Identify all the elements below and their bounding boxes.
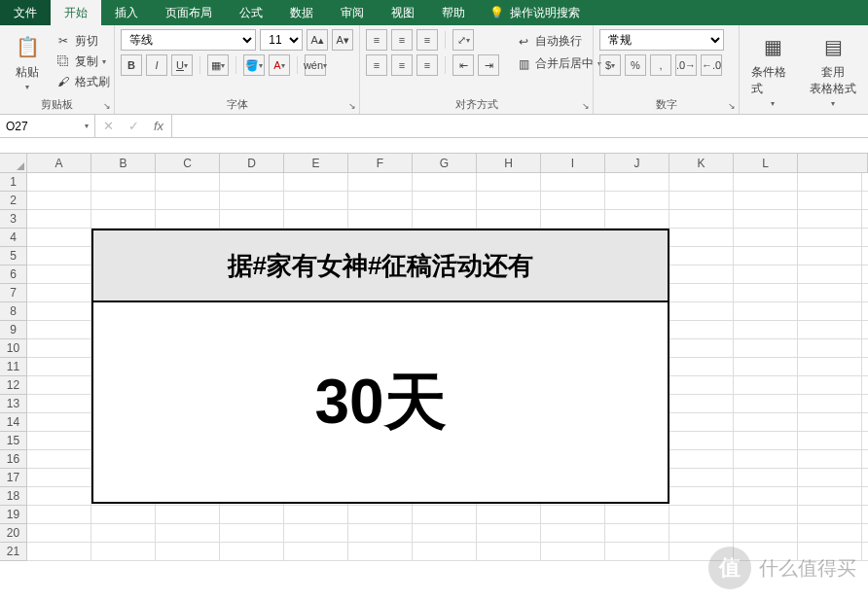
cell[interactable]: [734, 450, 798, 469]
increase-indent-button[interactable]: ⇥: [478, 54, 499, 76]
cell[interactable]: [220, 524, 284, 543]
cell[interactable]: [862, 543, 868, 561]
cell[interactable]: [27, 506, 91, 524]
cell[interactable]: [348, 524, 413, 543]
cell[interactable]: [27, 210, 91, 229]
cell[interactable]: [348, 210, 413, 229]
row-head[interactable]: 2: [0, 192, 27, 210]
comma-button[interactable]: ,: [650, 54, 671, 76]
dialog-launcher-icon[interactable]: ↘: [582, 101, 590, 111]
cell[interactable]: [669, 358, 734, 376]
cell[interactable]: [156, 192, 220, 210]
cell[interactable]: [734, 506, 798, 524]
cell[interactable]: [605, 506, 669, 524]
cell[interactable]: [156, 173, 220, 192]
cell[interactable]: [477, 210, 541, 229]
cell[interactable]: [798, 524, 862, 543]
row-head[interactable]: 17: [0, 469, 27, 487]
select-all-corner[interactable]: [0, 154, 27, 173]
merge-center-button[interactable]: ▥合并后居中▾: [513, 54, 604, 73]
cell[interactable]: [27, 524, 91, 543]
cell[interactable]: [284, 210, 348, 229]
cell[interactable]: [862, 413, 868, 432]
cell[interactable]: [862, 450, 868, 469]
col-head[interactable]: G: [413, 154, 477, 173]
file-tab[interactable]: 文件: [0, 0, 51, 25]
cell[interactable]: [413, 543, 477, 561]
cell[interactable]: [348, 543, 413, 561]
cell[interactable]: [91, 524, 156, 543]
col-head[interactable]: J: [605, 154, 669, 173]
cell[interactable]: [862, 506, 868, 524]
row-head[interactable]: 8: [0, 302, 27, 321]
cell[interactable]: [862, 432, 868, 450]
cell[interactable]: [27, 469, 91, 487]
cell[interactable]: [477, 543, 541, 561]
cell[interactable]: [669, 210, 734, 229]
name-box[interactable]: O27 ▾: [0, 115, 95, 137]
cell[interactable]: [669, 247, 734, 265]
cell[interactable]: [669, 469, 734, 487]
cell[interactable]: [798, 506, 862, 524]
cell[interactable]: [734, 469, 798, 487]
cell[interactable]: [541, 524, 605, 543]
tab-insert[interactable]: 插入: [101, 0, 152, 25]
cell[interactable]: [734, 358, 798, 376]
border-button[interactable]: ▦▾: [207, 54, 229, 76]
tab-review[interactable]: 审阅: [327, 0, 378, 25]
italic-button[interactable]: I: [146, 54, 167, 76]
cell[interactable]: [862, 284, 868, 302]
cell[interactable]: [91, 192, 156, 210]
tell-me-search[interactable]: 💡 操作说明搜索: [479, 0, 590, 25]
row-head[interactable]: 9: [0, 321, 27, 339]
cell[interactable]: [284, 173, 348, 192]
cell[interactable]: [220, 192, 284, 210]
col-head[interactable]: B: [91, 154, 156, 173]
cell[interactable]: [669, 376, 734, 395]
cell[interactable]: [27, 358, 91, 376]
row-head[interactable]: 5: [0, 247, 27, 265]
cell[interactable]: [862, 173, 868, 192]
cell[interactable]: [734, 229, 798, 247]
cell[interactable]: [156, 543, 220, 561]
cell[interactable]: [669, 395, 734, 413]
cell[interactable]: [798, 432, 862, 450]
align-bottom-button[interactable]: ≡: [416, 29, 438, 51]
cell[interactable]: [477, 506, 541, 524]
cell[interactable]: [734, 210, 798, 229]
cell[interactable]: [669, 487, 734, 506]
font-size-combo[interactable]: 11: [260, 29, 303, 51]
row-head[interactable]: 18: [0, 487, 27, 506]
merged-heading-cell[interactable]: 据#家有女神#征稿活动还有: [91, 229, 669, 302]
cancel-icon[interactable]: ✕: [95, 119, 121, 133]
cell[interactable]: [27, 265, 91, 284]
cell[interactable]: [798, 376, 862, 395]
increase-decimal-button[interactable]: .0→: [675, 54, 697, 76]
cell[interactable]: [27, 487, 91, 506]
row-head[interactable]: 16: [0, 450, 27, 469]
decrease-font-button[interactable]: A▾: [332, 29, 353, 51]
cell[interactable]: [669, 302, 734, 321]
col-head[interactable]: A: [27, 154, 91, 173]
cell[interactable]: [669, 321, 734, 339]
col-head[interactable]: D: [220, 154, 284, 173]
row-head[interactable]: 12: [0, 376, 27, 395]
cell[interactable]: [734, 302, 798, 321]
cell[interactable]: [284, 524, 348, 543]
cell[interactable]: [27, 321, 91, 339]
cell[interactable]: [477, 192, 541, 210]
tab-home[interactable]: 开始: [51, 0, 101, 25]
cell[interactable]: [734, 376, 798, 395]
col-head[interactable]: I: [541, 154, 605, 173]
row-head[interactable]: 21: [0, 543, 27, 561]
format-painter-button[interactable]: 🖌格式刷: [53, 73, 113, 91]
cell[interactable]: [798, 395, 862, 413]
cell[interactable]: [734, 192, 798, 210]
orientation-button[interactable]: ⤢▾: [452, 29, 474, 51]
tab-page-layout[interactable]: 页面布局: [152, 0, 226, 25]
number-format-combo[interactable]: 常规: [599, 29, 724, 51]
cell[interactable]: [669, 506, 734, 524]
decrease-indent-button[interactable]: ⇤: [452, 54, 474, 76]
cell[interactable]: [798, 321, 862, 339]
tab-view[interactable]: 视图: [378, 0, 428, 25]
